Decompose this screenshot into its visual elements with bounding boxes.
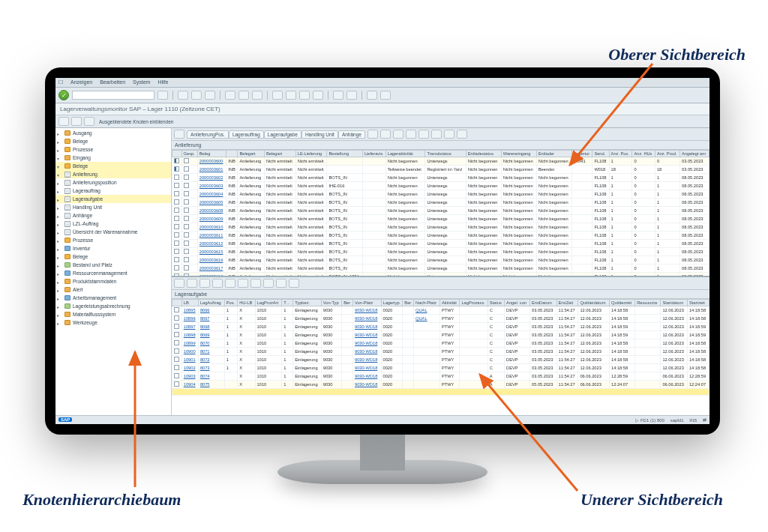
column-header[interactable]: Startdatum [661, 300, 688, 306]
enter-button[interactable]: ✓ [58, 90, 69, 100]
detail-icon[interactable] [444, 130, 454, 139]
table-row[interactable]: 2000003603INBAnlieferungNicht ermitteltN… [172, 182, 710, 190]
column-header[interactable]: Entladestatus [466, 151, 501, 157]
table-row[interactable]: 2000003611INBAnlieferungNicht ermitteltN… [172, 232, 710, 240]
table-row[interactable]: 1090280731X10101Einlagerung90309030-WD18… [172, 364, 710, 372]
back-icon[interactable] [178, 91, 188, 100]
tree-node[interactable]: Belege [56, 137, 171, 145]
hidden-nodes-button[interactable]: Ausgeblendete Knoten einblenden [97, 119, 173, 124]
first-page-icon[interactable] [272, 91, 283, 100]
tree-node[interactable]: Anlieferungsposition [56, 178, 171, 187]
detail-icon[interactable] [187, 279, 197, 288]
column-header[interactable]: ErstZeit [556, 300, 578, 306]
column-header[interactable]: ErstDatum [530, 300, 556, 306]
exit-icon[interactable] [191, 91, 202, 100]
panel-tab[interactable]: Lagerauftrag [229, 130, 264, 139]
settings-icon[interactable] [431, 130, 442, 139]
table-row[interactable]: 1089980701X10101Einlagerung90309030-WD18… [172, 339, 710, 348]
table-row[interactable]: 109048075X10101Einlagerung90309030-WD180… [172, 381, 710, 389]
graph-icon[interactable] [457, 130, 467, 139]
table-row[interactable]: 109038074X10101Einlagerung90309030-WD180… [172, 372, 710, 381]
column-header[interactable]: Beleg [197, 151, 226, 157]
column-header[interactable]: Lieferavis [362, 151, 386, 157]
tree-node[interactable]: Prozesse [56, 145, 171, 154]
column-header[interactable]: Von-Platz [352, 300, 381, 306]
column-header[interactable] [172, 300, 182, 306]
table-row[interactable]: 2000003600INBAnlieferungNicht ermitteltN… [172, 157, 710, 166]
column-header[interactable]: Lageraktivität [386, 151, 425, 157]
table-row[interactable]: 1089780681X10101Einlagerung90309030-WD18… [172, 323, 710, 331]
column-header[interactable]: Nach-Platz [414, 300, 440, 306]
sort-icon[interactable] [393, 130, 404, 139]
column-header[interactable] [226, 151, 238, 157]
table-row[interactable]: 1089580661X10101Einlagerung90309030-WD18… [172, 306, 710, 315]
table-row[interactable]: 2000003602INBAnlieferungNicht ermitteltN… [172, 174, 710, 182]
cancel-icon[interactable] [205, 91, 215, 100]
shortcut-icon[interactable] [346, 91, 357, 100]
tree-node[interactable]: Prozesse [56, 236, 171, 244]
column-header[interactable]: LagProzess [460, 300, 488, 306]
menu-system[interactable]: System [133, 79, 150, 85]
column-header[interactable]: Entlader [536, 151, 572, 157]
sum-icon[interactable] [238, 279, 248, 288]
column-header[interactable]: LB [182, 300, 198, 306]
column-header[interactable]: Aktivität [440, 300, 459, 306]
tree-node[interactable]: Übersicht der Warenannahme [56, 228, 171, 236]
layout-icon[interactable] [380, 91, 391, 100]
column-header[interactable]: Ber [342, 300, 353, 306]
tree-node[interactable]: Ressourcenmanagement [56, 269, 171, 277]
tree-node[interactable]: Alert [56, 285, 171, 294]
column-header[interactable]: Angelegt am [680, 151, 710, 157]
panel-tab[interactable]: AnlieferungPos. [187, 130, 229, 139]
print-icon[interactable] [263, 279, 274, 288]
menu-bearbeiten[interactable]: Bearbeiten [100, 79, 125, 85]
column-header[interactable]: Wareneingang [501, 151, 536, 157]
tree-node[interactable]: Anhänge [56, 211, 171, 220]
tree-node[interactable]: Belege [56, 253, 171, 261]
prev-page-icon[interactable] [286, 91, 296, 100]
table-row[interactable]: 1090080711X10101Einlagerung90309030-WD18… [172, 348, 710, 356]
sum-icon[interactable] [406, 130, 416, 139]
next-page-icon[interactable] [299, 91, 310, 100]
column-header[interactable] [172, 151, 182, 157]
command-field[interactable] [72, 91, 154, 100]
tree-node[interactable]: Lagerauftrag [56, 187, 171, 195]
column-header[interactable]: Status [488, 300, 504, 306]
column-header[interactable]: T… [282, 300, 293, 306]
tree-node[interactable]: Anlieferung [56, 170, 171, 178]
find-next-icon[interactable] [252, 91, 262, 100]
column-header[interactable]: Typbez. [293, 300, 322, 306]
column-header[interactable]: Ber [403, 300, 414, 306]
menu-hilfe[interactable]: Hilfe [158, 79, 168, 85]
panel-tab[interactable]: Lageraufgabe [264, 130, 302, 139]
tree-node[interactable]: Inventur [56, 244, 171, 253]
settings-icon[interactable] [289, 279, 299, 288]
table-row[interactable]: 2000003609INBAnlieferungNicht ermitteltN… [172, 215, 710, 223]
column-header[interactable]: Belegart [264, 151, 296, 157]
column-header[interactable]: Ressource [635, 300, 661, 306]
panel-tab[interactable]: Anhänge [338, 130, 365, 139]
print-icon[interactable] [225, 91, 236, 100]
tree-node[interactable]: Lagerleistungsabrechnung [56, 302, 171, 310]
tree-node[interactable]: Handling Unit [56, 203, 171, 211]
sort-asc-icon[interactable] [212, 279, 223, 288]
refresh-icon[interactable] [174, 279, 184, 288]
table-row[interactable]: 1089680671X10101Einlagerung90309030-WD18… [172, 315, 710, 323]
table-row[interactable]: 1089880691X10101Einlagerung90309030-WD18… [172, 331, 710, 339]
column-header[interactable]: Anz. HUs [632, 151, 655, 157]
layout-icon[interactable] [276, 279, 286, 288]
tree-node[interactable]: Materialflusssystem [56, 310, 171, 318]
column-header[interactable]: Belegart [238, 151, 264, 157]
table-row[interactable]: 2000003617INBAnlieferungNicht ermitteltN… [172, 265, 710, 273]
column-header[interactable]: Lagertyp [381, 300, 403, 306]
column-header[interactable]: Gesp. [182, 151, 197, 157]
table-row[interactable]: 2000003604INBAnlieferungNicht ermitteltN… [172, 190, 710, 199]
export-icon[interactable] [418, 130, 429, 139]
tree-node[interactable]: Bestand und Platz [56, 261, 171, 269]
toggle-layout-icon[interactable] [368, 130, 378, 139]
tree-node[interactable]: Lageraufgabe [56, 195, 171, 203]
upper-grid[interactable]: Gesp.BelegBelegartBelegartLE-LieferungBe… [172, 150, 710, 276]
column-header[interactable]: Startzeit [687, 300, 709, 306]
tree-node[interactable]: Werkzeuge [56, 318, 171, 327]
column-header[interactable]: Angel. von [505, 300, 530, 306]
